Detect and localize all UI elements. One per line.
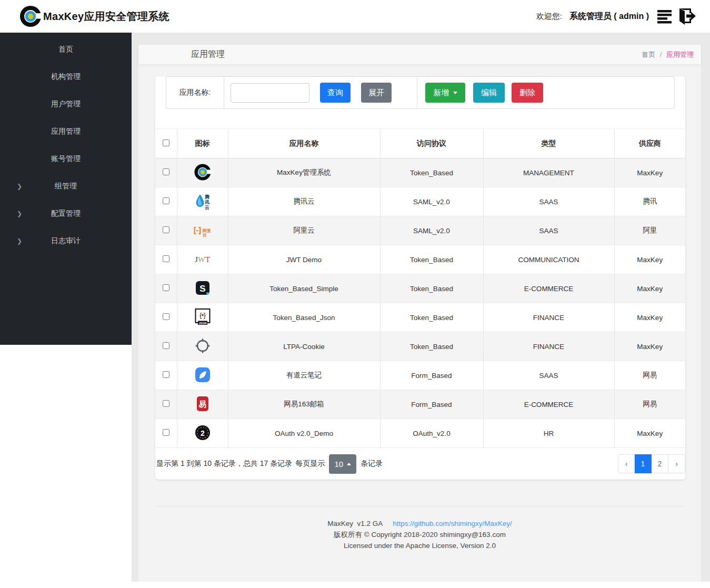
column-header: 供应商 xyxy=(614,129,685,158)
footer-github-link[interactable]: https://github.com/shimingxy/MaxKey/ xyxy=(393,520,512,527)
app-header: MaxKey应用安全管理系统 欢迎您: 系统管理员 ( admin ) xyxy=(0,0,710,33)
json-icon: { }JSON xyxy=(194,308,212,326)
sidebar-item-3[interactable]: 应用管理 xyxy=(0,118,132,145)
row-checkbox[interactable] xyxy=(163,226,169,233)
sidebar-item-7[interactable]: ❯ 日志审计 xyxy=(0,227,132,255)
table-row[interactable]: 易 网易163邮箱 Form_Based E-COMMERCE 网易 xyxy=(155,390,685,419)
search-toolbar: 应用名称: 查询 展开 新增 编辑 删除 xyxy=(166,76,675,109)
select-all-checkbox[interactable] xyxy=(163,139,169,146)
breadcrumb-separator: / xyxy=(660,51,662,58)
category-cell: E-COMMERCE xyxy=(483,390,614,419)
table-row[interactable]: S Token_Based_Simple Token_Based E-COMME… xyxy=(155,274,685,303)
vendor-cell: MaxKey xyxy=(614,303,685,332)
app-name-cell: OAuth v2.0_Demo xyxy=(228,419,380,448)
app-icon-cell: JWT xyxy=(177,245,228,274)
query-button[interactable]: 查询 xyxy=(320,83,351,103)
app-name-cell: 网易163邮箱 xyxy=(228,390,380,419)
row-select-cell xyxy=(155,216,177,245)
category-cell: SAAS xyxy=(483,187,614,216)
ltpa-icon xyxy=(194,337,212,355)
protocol-cell: SAML_v2.0 xyxy=(380,216,483,245)
row-select-cell xyxy=(155,332,177,361)
next-page-button[interactable]: › xyxy=(668,454,685,473)
page-size-dropdown[interactable]: 10 xyxy=(329,454,356,474)
breadcrumb-home[interactable]: 首页 xyxy=(642,51,655,58)
expand-button[interactable]: 展开 xyxy=(361,83,392,103)
pagination-info: 显示第 1 到第 10 条记录，总共 17 条记录 每页显示 10 条记录 xyxy=(156,454,386,474)
app-name-cell: JWT Demo xyxy=(228,245,380,274)
logout-icon[interactable] xyxy=(675,7,696,25)
oauth2-icon: 2 xyxy=(194,424,212,442)
row-select-cell xyxy=(155,187,177,216)
footer-divider xyxy=(155,506,685,506)
app-name-cell: 阿里云 xyxy=(228,216,380,245)
row-checkbox[interactable] xyxy=(163,400,169,407)
page-size-prefix: 每页显示 xyxy=(295,459,325,469)
protocol-cell: Token_Based xyxy=(380,245,483,274)
sidebar-item-4[interactable]: 账号管理 xyxy=(0,145,132,173)
svg-text:云: 云 xyxy=(203,233,207,237)
protocol-cell: SAML_v2.0 xyxy=(380,187,483,216)
app-icon-cell: S xyxy=(177,274,228,303)
vendor-cell: 腾讯 xyxy=(614,187,685,216)
youdao-icon xyxy=(194,366,212,384)
column-header: 图标 xyxy=(177,129,228,158)
simple-icon: S xyxy=(194,279,212,297)
row-select-cell xyxy=(155,274,177,303)
table-row[interactable]: JWT JWT Demo Token_Based COMMUNICATION M… xyxy=(155,245,685,274)
row-checkbox[interactable] xyxy=(163,168,169,175)
chevron-right-icon: ❯ xyxy=(17,210,22,217)
table-row[interactable]: 2 OAuth v2.0_Demo OAuth_v2.0 HR MaxKey xyxy=(155,419,685,448)
table-row[interactable]: LTPA-Cookie Token_Based FINANCE MaxKey xyxy=(155,332,685,361)
page-button-2[interactable]: 2 xyxy=(652,454,668,473)
search-label: 应用名称: xyxy=(166,77,224,108)
category-cell: SAAS xyxy=(483,216,614,245)
sidebar-item-0[interactable]: 首页 xyxy=(0,36,132,63)
sidebar-item-2[interactable]: 用户管理 xyxy=(0,91,132,118)
row-checkbox[interactable] xyxy=(163,313,169,320)
aliyun-icon: [-]阿里云 xyxy=(194,221,212,239)
row-checkbox[interactable] xyxy=(163,284,169,291)
protocol-cell: Token_Based xyxy=(380,332,483,361)
app-name-cell: 有道云笔记 xyxy=(228,361,380,390)
app-name-cell: 腾讯云 xyxy=(228,187,380,216)
page-title-bar: 应用管理 首页 / 应用管理 xyxy=(138,45,701,64)
table-header-row: 图标应用名称访问协议类型供应商 xyxy=(155,129,685,158)
table-row[interactable]: 腾讯云 腾讯云 SAML_v2.0 SAAS 腾讯 xyxy=(155,187,685,216)
maxkey-logo-icon xyxy=(19,5,42,28)
menu-list-icon[interactable] xyxy=(657,9,673,24)
footer-copyright: 版权所有 © Copyright 2018-2020 shimingxy@163… xyxy=(138,529,701,540)
row-checkbox[interactable] xyxy=(163,342,169,349)
app-list-card: 应用名称: 查询 展开 新增 编辑 删除 xyxy=(155,76,685,480)
prev-page-button[interactable]: ‹ xyxy=(618,454,635,473)
page-title: 应用管理 xyxy=(191,49,225,60)
sidebar-column: 首页 机构管理 用户管理 应用管理 账号管理 ❯ 组管理 ❯ 配置管理 ❯ 日志… xyxy=(0,33,132,588)
page-footer: MaxKey v1.2 GA https://github.com/shimin… xyxy=(138,518,701,551)
edit-button[interactable]: 编辑 xyxy=(473,83,505,103)
category-cell: SAAS xyxy=(483,361,614,390)
vendor-cell: MaxKey xyxy=(614,158,685,187)
sidebar-item-6[interactable]: ❯ 配置管理 xyxy=(0,200,132,227)
select-all-cell xyxy=(155,129,177,158)
table-row[interactable]: MaxKey管理系统 Token_Based MANAGEMENT MaxKey xyxy=(155,158,685,187)
delete-button[interactable]: 删除 xyxy=(512,83,543,103)
protocol-cell: Form_Based xyxy=(380,390,483,419)
sidebar-item-1[interactable]: 机构管理 xyxy=(0,63,132,91)
app-icon-cell xyxy=(177,361,228,390)
row-checkbox[interactable] xyxy=(163,255,169,262)
pagination-summary: 显示第 1 到第 10 条记录，总共 17 条记录 xyxy=(156,459,292,469)
caret-up-icon xyxy=(347,463,351,465)
header-right: 欢迎您: 系统管理员 ( admin ) xyxy=(536,7,696,25)
table-row[interactable]: [-]阿里云 阿里云 SAML_v2.0 SAAS 阿里 xyxy=(155,216,685,245)
table-row[interactable]: { }JSON Token_Based_Json Token_Based FIN… xyxy=(155,303,685,332)
add-button[interactable]: 新增 xyxy=(425,83,465,103)
page-button-1[interactable]: 1 xyxy=(635,454,652,473)
app-name-cell: LTPA-Cookie xyxy=(228,332,380,361)
svg-text:讯: 讯 xyxy=(204,200,209,205)
row-checkbox[interactable] xyxy=(163,197,169,204)
table-row[interactable]: 有道云笔记 Form_Based SAAS 网易 xyxy=(155,361,685,390)
app-name-input[interactable] xyxy=(231,83,309,103)
row-checkbox[interactable] xyxy=(163,429,169,436)
row-checkbox[interactable] xyxy=(163,371,169,378)
sidebar-item-5[interactable]: ❯ 组管理 xyxy=(0,173,132,200)
